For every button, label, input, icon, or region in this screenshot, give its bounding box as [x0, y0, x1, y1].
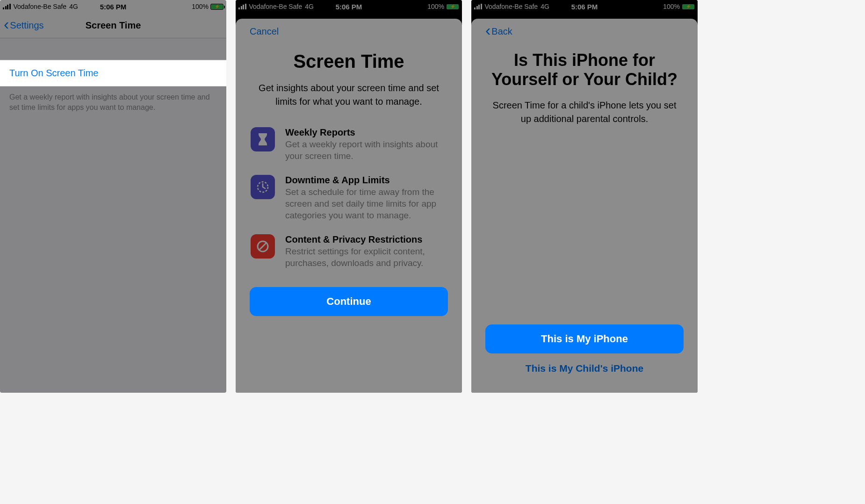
nav-bar: Settings Screen Time	[0, 13, 226, 38]
continue-button[interactable]: Continue	[250, 287, 448, 316]
chevron-left-icon	[4, 19, 9, 32]
status-bar: Vodafone-Be Safe 4G 5:06 PM 100% ⚡	[0, 0, 226, 13]
this-is-my-iphone-button[interactable]: This is My iPhone	[485, 324, 684, 353]
status-bar: Vodafone-Be Safe 4G 5:06 PM 100% ⚡	[471, 0, 698, 13]
modal-sheet: Cancel Screen Time Get insights about yo…	[236, 19, 462, 393]
feature-desc: Set a schedule for time away from the sc…	[285, 187, 447, 221]
battery-icon: ⚡	[682, 4, 695, 10]
back-label: Settings	[10, 20, 43, 31]
feature-weekly-reports: Weekly Reports Get a weekly report with …	[251, 127, 447, 162]
carrier-label: Vodafone-Be Safe	[485, 3, 538, 10]
feature-desc: Restrict settings for explicit content, …	[285, 246, 447, 269]
svg-line-2	[259, 243, 267, 250]
modal-sheet: Back Is This iPhone for Yourself or Your…	[471, 19, 698, 393]
chevron-left-icon	[485, 25, 490, 38]
signal-icon	[3, 4, 11, 9]
feature-desc: Get a weekly report with insights about …	[285, 139, 447, 162]
feature-title: Weekly Reports	[285, 127, 447, 138]
modal-title: Screen Time	[250, 50, 448, 72]
feature-content-privacy: Content & Privacy Restrictions Restrict …	[251, 234, 447, 269]
signal-icon	[238, 4, 246, 9]
back-button[interactable]: Back	[485, 25, 512, 38]
this-is-my-childs-iphone-button[interactable]: This is My Child's iPhone	[485, 353, 684, 379]
screen-owner-question: Vodafone-Be Safe 4G 5:06 PM 100% ⚡ Back …	[471, 0, 698, 393]
page-title: Screen Time	[86, 20, 141, 31]
status-bar: Vodafone-Be Safe 4G 5:06 PM 100% ⚡	[236, 0, 462, 13]
signal-icon	[474, 4, 482, 9]
battery-icon: ⚡	[210, 4, 223, 10]
feature-downtime: Downtime & App Limits Set a schedule for…	[251, 175, 447, 221]
screen-intro: Vodafone-Be Safe 4G 5:06 PM 100% ⚡ Cance…	[236, 0, 462, 393]
clock-icon	[251, 175, 275, 199]
feature-title: Downtime & App Limits	[285, 175, 447, 186]
clock-label: 5:06 PM	[336, 3, 362, 11]
screen-settings: Vodafone-Be Safe 4G 5:06 PM 100% ⚡ Setti…	[0, 0, 226, 393]
feature-title: Content & Privacy Restrictions	[285, 234, 447, 245]
modal-subtitle: Screen Time for a child's iPhone lets yo…	[485, 99, 684, 126]
hourglass-icon	[251, 127, 275, 151]
battery-pct: 100%	[663, 3, 680, 10]
turn-on-screen-time-button[interactable]: Turn On Screen Time	[0, 60, 226, 86]
network-label: 4G	[541, 3, 549, 10]
modal-title: Is This iPhone for Yourself or Your Chil…	[485, 50, 684, 89]
feature-list: Weekly Reports Get a weekly report with …	[250, 127, 448, 269]
no-entry-icon	[251, 234, 275, 259]
battery-pct: 100%	[192, 3, 209, 10]
battery-icon: ⚡	[446, 4, 459, 10]
footer-description: Get a weekly report with insights about …	[0, 86, 226, 118]
network-label: 4G	[305, 3, 314, 10]
clock-label: 5:06 PM	[571, 3, 598, 11]
back-label: Back	[491, 26, 512, 37]
carrier-label: Vodafone-Be Safe	[249, 3, 303, 10]
clock-label: 5:06 PM	[100, 3, 127, 11]
back-button[interactable]: Settings	[4, 19, 44, 32]
carrier-label: Vodafone-Be Safe	[14, 3, 67, 10]
battery-pct: 100%	[427, 3, 444, 10]
network-label: 4G	[69, 3, 78, 10]
modal-subtitle: Get insights about your screen time and …	[250, 81, 448, 108]
cancel-button[interactable]: Cancel	[250, 26, 279, 37]
